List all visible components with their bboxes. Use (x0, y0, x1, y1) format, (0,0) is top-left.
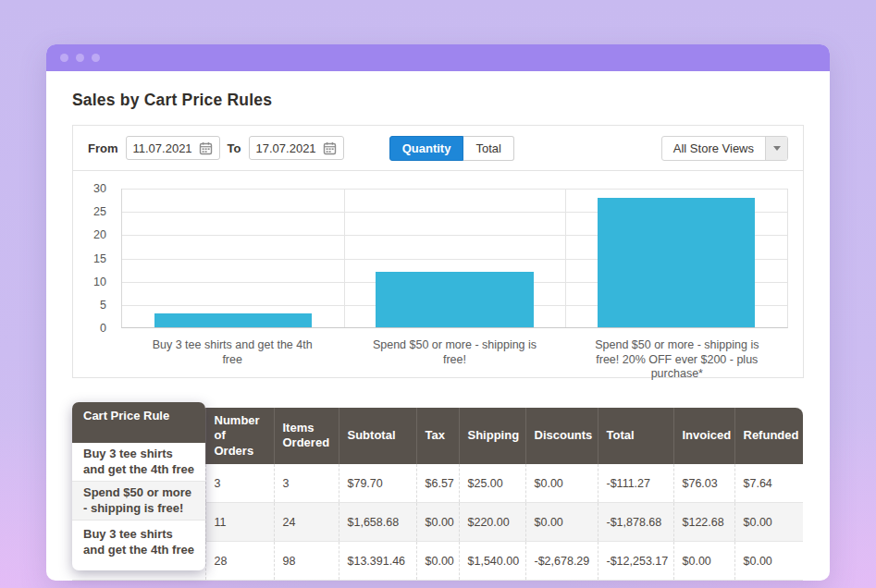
column-header: Total (598, 408, 673, 464)
total-toggle-button[interactable]: Total (463, 136, 513, 161)
table-cell: $0.00 (525, 503, 598, 542)
column-header: Tax (416, 408, 459, 464)
chart-y-axis: 051015202530 (73, 189, 114, 328)
filter-bar: From 11.07.2021 To 17.07.2021 Quantity (72, 125, 804, 171)
frozen-rule-column: Cart Price Rule Buy 3 tee shirts and get… (72, 402, 205, 570)
table-cell: $6.57 (416, 464, 459, 503)
table-cell: $220.00 (459, 503, 525, 542)
chart-bar (598, 198, 755, 327)
table-cell: $122.68 (673, 503, 734, 542)
table-cell: $79.70 (339, 464, 416, 503)
table-cell: 3 (274, 464, 339, 503)
column-header: Discounts (525, 408, 598, 464)
chart-x-label: Spend $50 or more - shipping is free! (343, 338, 565, 382)
y-tick-label: 5 (100, 299, 106, 312)
calendar-icon[interactable] (323, 141, 337, 155)
table-cell: $7.64 (734, 464, 803, 503)
to-date-input[interactable]: 17.07.2021 (249, 136, 344, 160)
table-cell: $0.00 (673, 542, 734, 581)
calendar-icon[interactable] (199, 141, 213, 155)
column-header: Items Ordered (274, 408, 339, 464)
table-cell: $0.00 (734, 503, 803, 542)
table-cell: -$2,678.29 (525, 542, 598, 581)
y-tick-label: 30 (93, 182, 106, 195)
store-view-select[interactable]: All Store Views (661, 136, 788, 161)
window-dot-icon (92, 54, 100, 62)
to-label: To (228, 141, 241, 155)
chart-gridline (122, 189, 787, 190)
y-tick-label: 20 (93, 228, 106, 241)
from-date-input[interactable]: 11.07.2021 (126, 136, 220, 160)
column-header: Invoiced (673, 408, 734, 464)
to-date-value: 17.07.2021 (256, 141, 316, 155)
table-cell: 28 (205, 542, 274, 581)
chart-x-label: Buy 3 tee shirts and get the 4th free (121, 338, 343, 382)
table-cell: $76.03 (673, 464, 734, 503)
report-window: Sales by Cart Price Rules From 11.07.202… (46, 44, 830, 581)
frozen-rule-cell: Spend $50 or more - shipping is free! (72, 482, 205, 521)
column-header: Shipping (459, 408, 525, 464)
table-cell: $1,658.68 (339, 503, 416, 542)
y-tick-label: 25 (93, 205, 106, 218)
table-cell: $0.00 (525, 464, 598, 503)
chart-x-labels: Buy 3 tee shirts and get the 4th freeSpe… (121, 338, 788, 382)
table-cell: 11 (205, 503, 274, 542)
chevron-down-icon[interactable] (765, 137, 787, 160)
table-cell: -$111.27 (598, 464, 673, 503)
table-cell: -$12,253.17 (598, 542, 673, 581)
quantity-total-toggle: Quantity Total (389, 136, 514, 161)
page-title: Sales by Cart Price Rules (72, 91, 804, 110)
frozen-column-header: Cart Price Rule (72, 402, 205, 443)
window-dot-icon (76, 54, 84, 62)
table-cell: $25.00 (459, 464, 525, 503)
chart-plot (121, 189, 788, 328)
chart-bar (154, 313, 312, 327)
table-cell: -$1,878.68 (598, 503, 673, 542)
y-tick-label: 15 (93, 252, 106, 265)
table-cell: $0.00 (416, 542, 459, 581)
chart-x-label: Spend $50 or more - shipping is free! 20… (566, 338, 788, 382)
table-cell: $1,540.00 (459, 542, 525, 581)
from-label: From (88, 141, 118, 155)
table-cell: 98 (274, 542, 339, 581)
window-titlebar (46, 44, 830, 71)
bar-chart: 051015202530 Buy 3 tee shirts and get th… (72, 171, 804, 378)
column-header: Number of Orders (205, 408, 274, 464)
table-cell: 24 (274, 503, 339, 542)
frozen-rule-cell: Buy 3 tee shirts and get the 4th free (72, 521, 205, 570)
y-tick-label: 10 (93, 276, 106, 288)
table-cell: $0.00 (416, 503, 459, 542)
frozen-column-rows: Buy 3 tee shirts and get the 4th freeSpe… (72, 443, 205, 570)
chart-bar (376, 272, 533, 327)
chart-section-divider (344, 189, 345, 327)
y-tick-label: 0 (100, 322, 106, 335)
chart-section-divider (565, 189, 566, 327)
window-dot-icon (60, 54, 68, 62)
table-cell: 3 (205, 464, 274, 503)
store-view-value: All Store Views (662, 137, 765, 160)
table-cell: $0.00 (734, 542, 803, 581)
frozen-rule-cell: Buy 3 tee shirts and get the 4th free (72, 443, 205, 482)
quantity-toggle-button[interactable]: Quantity (389, 136, 464, 161)
column-header: Refunded (734, 408, 803, 464)
report-table-wrap: Number of OrdersItems OrderedSubtotalTax… (72, 408, 803, 581)
from-date-value: 11.07.2021 (133, 141, 192, 155)
column-header: Subtotal (339, 408, 416, 464)
table-cell: $13.391.46 (339, 542, 416, 581)
